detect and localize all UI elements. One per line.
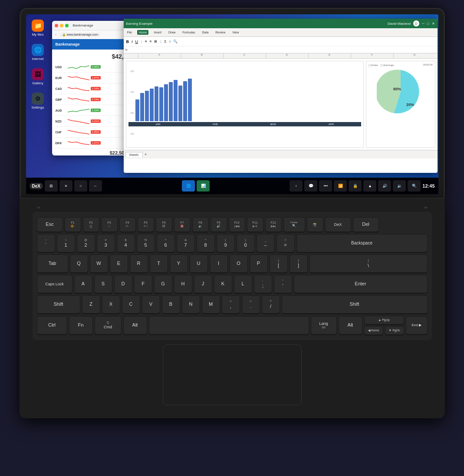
key-9[interactable]: (9	[217, 234, 235, 252]
toolbar-sort[interactable]: ↕	[168, 40, 171, 43]
key-fn[interactable]: Fn	[69, 316, 93, 334]
key-home[interactable]: ◀ Home	[364, 326, 383, 335]
key-f3[interactable]: F3□	[101, 217, 118, 232]
key-m[interactable]: M	[202, 295, 220, 314]
taskbar-speaker-btn[interactable]: 🔊	[378, 180, 391, 192]
key-shift-right[interactable]: Shift	[282, 295, 428, 314]
key-s[interactable]: S	[94, 275, 112, 293]
key-l[interactable]: L	[234, 275, 252, 293]
key-finder[interactable]: Finder🔍	[283, 217, 305, 232]
key-u[interactable]: U	[190, 255, 208, 273]
key-f[interactable]: F	[134, 275, 152, 293]
key-dex[interactable]: DeX	[325, 217, 351, 232]
key-x[interactable]: X	[102, 295, 120, 314]
key-esc[interactable]: Esc	[37, 217, 63, 232]
key-backtick[interactable]: ~`	[37, 234, 55, 252]
toolbar-align-center[interactable]: ≡	[149, 40, 153, 43]
window-min-btn[interactable]	[60, 24, 63, 27]
key-d[interactable]: D	[114, 275, 132, 293]
key-period[interactable]: >.	[242, 295, 260, 314]
key-f9[interactable]: F9🔊	[211, 217, 227, 232]
key-g[interactable]: G	[154, 275, 172, 293]
trackpad[interactable]	[163, 344, 302, 405]
key-k[interactable]: K	[214, 275, 232, 293]
key-o[interactable]: O	[230, 255, 248, 273]
window-max-btn[interactable]	[65, 24, 69, 27]
key-backslash[interactable]: |\	[309, 255, 428, 273]
key-right-bracket[interactable]: }]	[290, 255, 308, 273]
ribbon-tab-insert[interactable]: Insert	[152, 30, 163, 35]
key-3[interactable]: #3	[97, 234, 115, 252]
key-enter[interactable]: Enter	[294, 275, 428, 293]
key-h[interactable]: H	[174, 275, 192, 293]
key-f2[interactable]: F2|||	[83, 217, 99, 232]
key-space[interactable]	[149, 316, 309, 334]
key-lang[interactable]: Lang ⌨	[311, 316, 337, 334]
taskbar-dots-btn[interactable]: •••	[319, 180, 332, 192]
key-f7[interactable]: F7🔇	[174, 217, 191, 232]
key-w[interactable]: W	[90, 255, 108, 273]
key-end[interactable]: End ▶	[406, 316, 428, 334]
key-8[interactable]: *8	[197, 234, 215, 252]
key-quote[interactable]: "'	[274, 275, 292, 293]
taskbar-globe-btn[interactable]: 🌐	[182, 180, 195, 192]
key-i[interactable]: I	[210, 255, 228, 273]
excel-window[interactable]: Earning Example David Macleod D ─ □ ✕ Fi…	[124, 19, 438, 173]
taskbar-lock-btn[interactable]: 🔒	[349, 180, 362, 192]
key-pgdn[interactable]: ▼ PgDn	[385, 326, 404, 335]
sidebar-item-internet[interactable]: 🌐 Internet	[29, 43, 47, 61]
key-f8[interactable]: F8🔉	[192, 217, 209, 232]
sidebar-item-my-files[interactable]: 📁 My files	[29, 19, 47, 37]
sheet-tab-1[interactable]: Sheet1	[125, 152, 143, 157]
sidebar-item-gallery[interactable]: 🖼 Gallery	[29, 67, 47, 86]
ribbon-tab-draw[interactable]: Draw	[167, 30, 177, 35]
key-f12[interactable]: F12▶▶|	[265, 217, 282, 232]
toolbar-italic[interactable]: I	[131, 40, 134, 44]
taskbar-volume-btn[interactable]: 🔉	[393, 180, 406, 192]
key-4[interactable]: $4	[117, 234, 135, 252]
taskbar-grid-btn[interactable]: ⊞	[45, 180, 58, 192]
key-z[interactable]: Z	[82, 295, 100, 314]
key-screenshot[interactable]: 📸	[307, 217, 323, 232]
key-v[interactable]: V	[142, 295, 160, 314]
key-f10[interactable]: F10|◀◀	[229, 217, 245, 232]
key-q[interactable]: Q	[70, 255, 88, 273]
key-y[interactable]: Y	[170, 255, 188, 273]
key-6[interactable]: ^6	[157, 234, 175, 252]
taskbar-search-btn[interactable]: 🔍	[408, 180, 421, 192]
key-semicolon[interactable]: :;	[254, 275, 272, 293]
excel-minimize-btn[interactable]: ─	[422, 22, 425, 26]
toolbar-sum[interactable]: Σ	[164, 40, 168, 43]
bank-window[interactable]: Bankmanage ✕ ← 🔒 www.bankmanage.com Bank…	[52, 21, 132, 155]
taskbar-wifi-btn[interactable]: 📶	[334, 180, 347, 192]
toolbar-merge[interactable]: ⊞	[153, 40, 158, 43]
key-r[interactable]: R	[130, 255, 148, 273]
add-sheet-btn[interactable]: +	[145, 152, 147, 157]
key-p[interactable]: P	[250, 255, 268, 273]
key-slash[interactable]: ?/	[262, 295, 280, 314]
key-2[interactable]: @2	[77, 234, 95, 252]
key-5[interactable]: %5	[137, 234, 155, 252]
ribbon-tab-home[interactable]: Home	[137, 30, 149, 35]
key-c[interactable]: C	[122, 295, 140, 314]
taskbar-back-btn[interactable]: ←	[89, 180, 102, 192]
taskbar-excel-btn[interactable]: 📊	[197, 180, 210, 192]
key-del[interactable]: Del	[353, 217, 379, 232]
toolbar-search[interactable]: 🔍	[172, 40, 178, 43]
key-ctrl[interactable]: Ctrl	[37, 316, 67, 334]
window-close-btn[interactable]	[55, 24, 58, 27]
key-f1[interactable]: F1🔆-	[65, 217, 81, 232]
ribbon-tab-view[interactable]: View	[230, 30, 240, 35]
key-f4[interactable]: F4☀-	[119, 217, 136, 232]
key-b[interactable]: B	[162, 295, 180, 314]
key-equals[interactable]: +=	[276, 234, 295, 252]
toolbar-underline[interactable]: U	[135, 40, 139, 44]
taskbar-lines-btn[interactable]: ≡	[59, 180, 72, 192]
key-pgup[interactable]: ▲ PgUp	[364, 316, 404, 324]
ribbon-tab-data[interactable]: Data	[201, 30, 211, 35]
key-7[interactable]: &7	[177, 234, 195, 252]
key-alt-left[interactable]: Alt	[123, 316, 147, 334]
key-0[interactable]: )0	[237, 234, 255, 252]
key-cmd[interactable]: Q Cmd	[95, 316, 122, 334]
toolbar-bold[interactable]: B	[125, 40, 130, 44]
